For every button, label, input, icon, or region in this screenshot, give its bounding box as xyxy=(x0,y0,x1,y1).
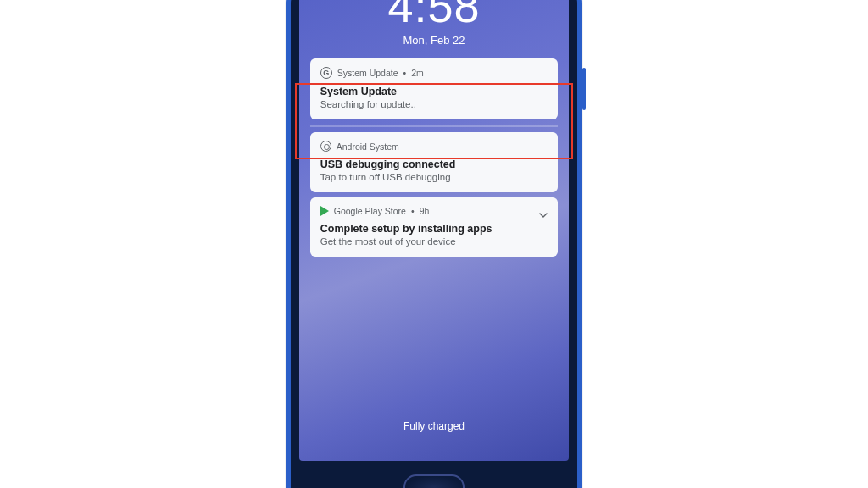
notification-body: Searching for update.. xyxy=(320,99,548,109)
notification-age: 9h xyxy=(420,206,430,216)
clock-time: 4:58 xyxy=(387,0,480,29)
notification-header: G System Update • 2m xyxy=(320,67,548,79)
notification-app-name: Google Play Store xyxy=(334,206,406,216)
notification-shade: G System Update • 2m System Update Searc… xyxy=(310,58,559,257)
lock-screen: 4:58 Mon, Feb 22 G System Update • 2m Sy… xyxy=(299,0,569,461)
notification-play-store[interactable]: Google Play Store • 9h Complete setup by… xyxy=(310,197,559,257)
notification-body: Tap to turn off USB debugging xyxy=(320,172,548,182)
notification-title: Complete setup by installing apps xyxy=(320,223,548,235)
google-g-icon: G xyxy=(320,67,332,79)
clock-date: Mon, Feb 22 xyxy=(403,34,465,47)
notification-app-name: System Update xyxy=(337,68,398,78)
notification-title: USB debugging connected xyxy=(320,158,548,170)
notification-divider xyxy=(310,125,559,127)
phone-frame: 4:58 Mon, Feb 22 G System Update • 2m Sy… xyxy=(286,0,582,488)
play-store-icon xyxy=(320,206,329,216)
dot-separator: • xyxy=(411,206,415,216)
notification-header: Google Play Store • 9h xyxy=(320,206,548,216)
chevron-down-icon[interactable] xyxy=(539,208,548,223)
notification-header: Android System xyxy=(320,141,548,152)
notification-app-name: Android System xyxy=(337,141,399,152)
notification-title: System Update xyxy=(320,86,548,97)
charging-status: Fully charged xyxy=(403,420,465,432)
phone-bezel: 4:58 Mon, Feb 22 G System Update • 2m Sy… xyxy=(291,0,577,488)
dot-separator: • xyxy=(403,68,407,78)
notification-android-system[interactable]: Android System USB debugging connected T… xyxy=(310,132,559,192)
notification-system-update[interactable]: G System Update • 2m System Update Searc… xyxy=(310,58,559,119)
android-gear-icon xyxy=(320,141,331,152)
phone-side-button xyxy=(582,68,586,110)
notification-body: Get the most out of your device xyxy=(320,236,548,247)
home-button[interactable] xyxy=(403,474,465,488)
notification-age: 2m xyxy=(411,68,424,78)
